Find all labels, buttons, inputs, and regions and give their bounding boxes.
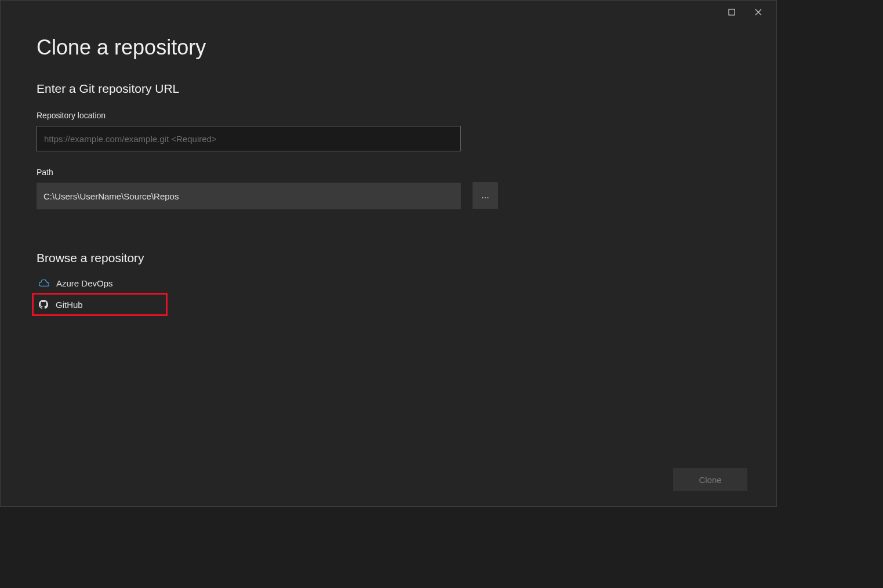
path-input[interactable] [37,183,461,209]
browse-path-button[interactable]: ... [473,182,498,209]
browse-section: Browse a repository Azure DevOps [37,251,740,316]
path-label: Path [37,168,461,177]
browse-item-github[interactable]: GitHub [32,293,168,316]
clone-repository-dialog: Clone a repository Enter a Git repositor… [0,0,777,507]
browse-list: Azure DevOps GitHub [37,273,740,316]
svg-rect-0 [729,9,735,15]
titlebar [1,1,776,24]
path-row: Path ... [37,168,740,209]
maximize-icon [728,9,735,16]
page-title: Clone a repository [37,35,740,60]
close-button[interactable] [745,3,772,21]
clone-button[interactable]: Clone [673,468,747,491]
dialog-content: Clone a repository Enter a Git repositor… [1,24,776,316]
close-icon [755,9,762,16]
browse-item-label: Azure DevOps [56,278,113,288]
cloud-icon [39,278,49,288]
browse-section-title: Browse a repository [37,251,740,265]
section-title: Enter a Git repository URL [37,82,740,96]
browse-item-label: GitHub [56,300,83,310]
maximize-button[interactable] [718,3,745,21]
repo-location-label: Repository location [37,111,740,120]
repo-location-input[interactable] [37,126,461,151]
github-icon [38,299,49,310]
path-field: Path [37,168,461,209]
browse-item-azure-devops[interactable]: Azure DevOps [37,273,169,293]
repo-location-field: Repository location [37,111,740,151]
